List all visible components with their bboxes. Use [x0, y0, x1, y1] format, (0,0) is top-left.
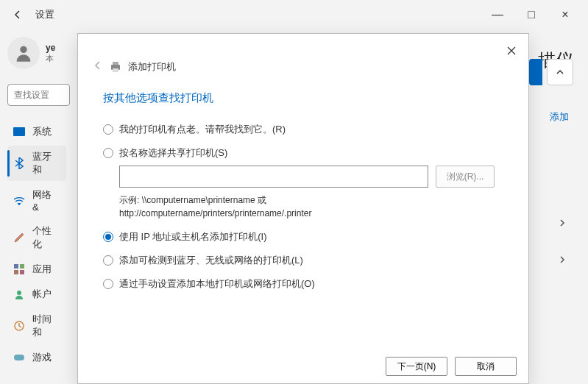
sidebar-item-bluetooth[interactable]: 蓝牙和: [7, 146, 66, 181]
sidebar-item-network[interactable]: 网络 &: [7, 184, 66, 217]
share-name-row: 浏览(R)...: [119, 166, 503, 188]
sidebar-nav: 系统 蓝牙和 网络 & 个性化 应用 帐户 时间和 游戏: [7, 121, 66, 369]
svg-point-2: [18, 204, 20, 205]
sidebar-item-label: 个性化: [32, 224, 60, 251]
sidebar-item-label: 系统: [32, 125, 52, 138]
dialog-back-arrow-icon[interactable]: [93, 60, 103, 74]
svg-rect-5: [14, 270, 18, 274]
close-window-button[interactable]: ×: [548, 3, 582, 26]
user-sub: 本: [46, 53, 55, 64]
dialog-footer: 下一页(N) 取消: [386, 357, 517, 376]
dialog-close-button[interactable]: [500, 40, 523, 62]
sidebar-item-label: 帐户: [32, 288, 52, 301]
sidebar-item-time[interactable]: 时间和: [7, 308, 66, 344]
example-text: 示例: \\computername\printername 或 http://…: [119, 193, 503, 220]
avatar: [7, 37, 40, 69]
browse-button[interactable]: 浏览(R)...: [436, 166, 495, 188]
option-label: 按名称选择共享打印机(S): [119, 146, 227, 160]
share-name-input[interactable]: [119, 166, 428, 188]
radio-button[interactable]: [103, 124, 113, 135]
cancel-button[interactable]: 取消: [455, 357, 517, 376]
svg-rect-9: [14, 355, 24, 360]
option-ip-hostname[interactable]: 使用 IP 地址或主机名添加打印机(I): [103, 230, 503, 243]
svg-rect-6: [20, 270, 24, 274]
window-title: 设置: [35, 8, 54, 21]
svg-point-0: [20, 46, 26, 53]
radio-button[interactable]: [103, 255, 113, 266]
dialog-header: 添加打印机: [78, 34, 528, 81]
option-label: 添加可检测到蓝牙、无线或网络的打印机(L): [119, 254, 303, 267]
next-button[interactable]: 下一页(N): [386, 357, 447, 376]
svg-rect-4: [20, 264, 24, 269]
window-back-button[interactable]: [6, 3, 29, 26]
option-manual-local[interactable]: 通过手动设置添加本地打印机或网络打印机(O): [103, 277, 503, 291]
svg-rect-12: [113, 68, 118, 72]
option-bluetooth-wireless[interactable]: 添加可检测到蓝牙、无线或网络的打印机(L): [103, 254, 503, 267]
main-titlebar: 设置 — □ ×: [0, 0, 588, 29]
dialog-heading: 按其他选项查找打印机: [78, 81, 528, 115]
radio-button[interactable]: [103, 232, 113, 242]
time-icon: [13, 320, 25, 332]
expand-toggle[interactable]: [547, 59, 573, 85]
option-label: 我的打印机有点老。请帮我找到它。(R): [119, 123, 286, 136]
brush-icon: [13, 232, 25, 243]
svg-rect-11: [113, 62, 118, 65]
bluetooth-icon: [13, 157, 25, 169]
printer-icon: [109, 60, 122, 74]
chevron-right-icon[interactable]: [559, 216, 566, 230]
system-icon: [13, 126, 25, 138]
account-icon: [13, 288, 25, 300]
apps-icon: [13, 263, 25, 275]
option-shared-by-name[interactable]: 按名称选择共享打印机(S): [103, 146, 503, 160]
radio-button[interactable]: [103, 148, 113, 158]
add-link[interactable]: 添加: [550, 110, 569, 124]
sidebar-item-apps[interactable]: 应用: [7, 258, 66, 280]
add-printer-dialog: 添加打印机 按其他选项查找打印机 我的打印机有点老。请帮我找到它。(R) 按名称…: [77, 33, 529, 384]
left-panel: ye 本 系统 蓝牙和 网络 & 个性化 应用 帐户: [0, 29, 74, 376]
chevron-right-icon[interactable]: [559, 253, 566, 266]
sidebar-item-personalization[interactable]: 个性化: [7, 220, 66, 255]
options-group: 我的打印机有点老。请帮我找到它。(R) 按名称选择共享打印机(S) 浏览(R).…: [78, 115, 528, 298]
sidebar-item-label: 蓝牙和: [32, 150, 60, 177]
search-input[interactable]: [7, 84, 70, 106]
sidebar-item-accounts[interactable]: 帐户: [7, 283, 66, 305]
svg-point-7: [17, 291, 21, 295]
sidebar-item-system[interactable]: 系统: [7, 121, 66, 143]
minimize-button[interactable]: —: [481, 3, 514, 26]
user-info: ye 本: [46, 43, 55, 64]
add-device-button-partial[interactable]: [529, 59, 542, 85]
sidebar-item-label: 网络 &: [32, 188, 60, 213]
svg-rect-1: [13, 127, 25, 136]
option-old-printer[interactable]: 我的打印机有点老。请帮我找到它。(R): [103, 123, 503, 136]
user-name: ye: [46, 43, 55, 53]
window-controls: — □ ×: [481, 3, 582, 26]
sidebar-item-gaming[interactable]: 游戏: [7, 346, 66, 369]
user-section[interactable]: ye 本: [7, 37, 66, 69]
wifi-icon: [13, 195, 25, 207]
svg-rect-3: [14, 264, 18, 269]
sidebar-item-label: 应用: [32, 263, 52, 276]
option-label: 通过手动设置添加本地打印机或网络打印机(O): [119, 277, 315, 291]
option-label: 使用 IP 地址或主机名添加打印机(I): [119, 230, 267, 243]
sidebar-item-label: 时间和: [32, 313, 60, 339]
sidebar-item-label: 游戏: [32, 351, 52, 364]
radio-button[interactable]: [103, 279, 113, 289]
dialog-title: 添加打印机: [128, 60, 176, 74]
maximize-button[interactable]: □: [514, 3, 548, 26]
game-icon: [13, 352, 25, 363]
